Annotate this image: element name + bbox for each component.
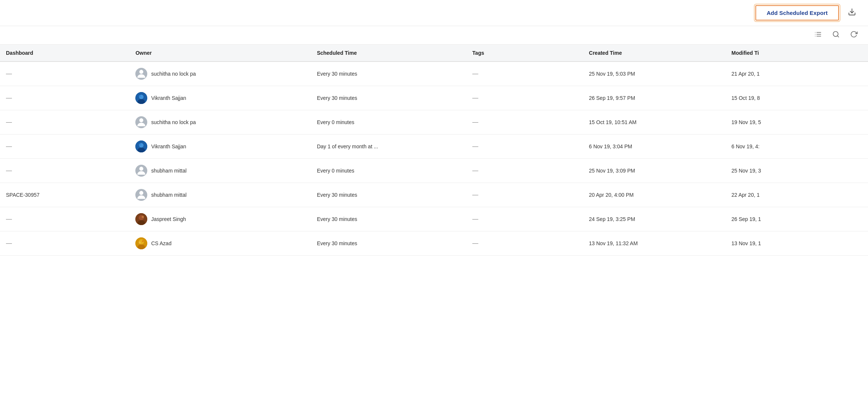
cell-modified-time: 19 Nov 19, 5	[726, 110, 868, 135]
cell-tags: —	[466, 207, 583, 231]
table-row[interactable]: — Vikranth SajjanDay 1 of every month at…	[0, 135, 868, 159]
table-header-row: Dashboard Owner Scheduled Time Tags Crea…	[0, 45, 868, 61]
avatar	[135, 189, 147, 201]
cell-owner: shubham mittal	[129, 183, 311, 207]
cell-owner: Jaspreet Singh	[129, 207, 311, 231]
avatar	[135, 237, 147, 249]
owner-name: Jaspreet Singh	[151, 216, 186, 222]
svg-point-29	[142, 240, 144, 242]
svg-point-13	[139, 95, 141, 97]
svg-point-9	[139, 70, 144, 74]
table-row[interactable]: — suchitha no lock paEvery 30 minutes—25…	[0, 61, 868, 86]
filter-icon[interactable]	[813, 29, 823, 41]
owner-name: Vikranth Sajjan	[151, 143, 186, 149]
cell-owner: shubham mittal	[129, 159, 311, 183]
cell-owner: suchitha no lock pa	[129, 61, 311, 86]
cell-created-time: 25 Nov 19, 3:09 PM	[583, 159, 726, 183]
cell-modified-time: 25 Nov 19, 3	[726, 159, 868, 183]
cell-tags: —	[466, 159, 583, 183]
owner-name: Vikranth Sajjan	[151, 95, 186, 101]
cell-created-time: 26 Sep 19, 9:57 PM	[583, 86, 726, 110]
table-row[interactable]: — CS AzadEvery 30 minutes—13 Nov 19, 11:…	[0, 231, 868, 256]
owner-name: suchitha no lock pa	[151, 119, 196, 125]
svg-point-20	[139, 191, 144, 195]
cell-tags: —	[466, 231, 583, 256]
cell-tags: —	[466, 86, 583, 110]
cell-created-time: 25 Nov 19, 5:03 PM	[583, 61, 726, 86]
table-row[interactable]: SPACE-30957 shubham mittalEvery 30 minut…	[0, 183, 868, 207]
cell-dashboard: SPACE-30957	[0, 183, 129, 207]
svg-point-14	[139, 118, 144, 122]
cell-tags: —	[466, 135, 583, 159]
cell-scheduled-time: Day 1 of every month at ...	[311, 135, 466, 159]
svg-point-19	[139, 167, 144, 171]
cell-dashboard: —	[0, 61, 129, 86]
svg-point-18	[139, 143, 141, 146]
owner-name: suchitha no lock pa	[151, 71, 196, 77]
cell-created-time: 20 Apr 20, 4:00 PM	[583, 183, 726, 207]
table-row[interactable]: — shubham mittalEvery 0 minutes—25 Nov 1…	[0, 159, 868, 183]
avatar	[135, 116, 147, 128]
cell-scheduled-time: Every 30 minutes	[311, 61, 466, 86]
cell-scheduled-time: Every 30 minutes	[311, 86, 466, 110]
toolbar-row	[0, 26, 868, 45]
col-header-created-time: Created Time	[583, 45, 726, 61]
avatar	[135, 140, 147, 152]
cell-created-time: 13 Nov 19, 11:32 AM	[583, 231, 726, 256]
cell-owner: Vikranth Sajjan	[129, 86, 311, 110]
table-row[interactable]: — Vikranth SajjanEvery 30 minutes—26 Sep…	[0, 86, 868, 110]
svg-line-8	[837, 36, 839, 37]
refresh-icon[interactable]	[849, 29, 859, 41]
cell-created-time: 24 Sep 19, 3:25 PM	[583, 207, 726, 231]
col-header-owner: Owner	[129, 45, 311, 61]
col-header-modified-time: Modified Ti	[726, 45, 868, 61]
add-scheduled-export-button[interactable]: Add Scheduled Export	[755, 5, 839, 20]
cell-scheduled-time: Every 30 minutes	[311, 231, 466, 256]
cell-tags: —	[466, 110, 583, 135]
col-header-tags: Tags	[466, 45, 583, 61]
cell-owner: CS Azad	[129, 231, 311, 256]
owner-name: shubham mittal	[151, 192, 186, 198]
cell-scheduled-time: Every 30 minutes	[311, 183, 466, 207]
avatar	[135, 165, 147, 177]
scheduled-exports-table-container: Dashboard Owner Scheduled Time Tags Crea…	[0, 45, 868, 256]
search-icon[interactable]	[831, 29, 841, 41]
svg-point-24	[142, 216, 144, 218]
cell-dashboard: —	[0, 86, 129, 110]
col-header-dashboard: Dashboard	[0, 45, 129, 61]
table-row[interactable]: — suchitha no lock paEvery 0 minutes—15 …	[0, 110, 868, 135]
svg-point-28	[139, 241, 141, 244]
cell-dashboard: —	[0, 135, 129, 159]
cell-owner: suchitha no lock pa	[129, 110, 311, 135]
top-bar: Add Scheduled Export	[0, 0, 868, 26]
cell-modified-time: 21 Apr 20, 1	[726, 61, 868, 86]
cell-scheduled-time: Every 30 minutes	[311, 207, 466, 231]
cell-modified-time: 22 Apr 20, 1	[726, 183, 868, 207]
cell-dashboard: —	[0, 159, 129, 183]
cell-dashboard: —	[0, 110, 129, 135]
cell-modified-time: 15 Oct 19, 8	[726, 86, 868, 110]
col-header-scheduled-time: Scheduled Time	[311, 45, 466, 61]
cell-created-time: 15 Oct 19, 10:51 AM	[583, 110, 726, 135]
owner-name: CS Azad	[151, 240, 171, 246]
cell-modified-time: 26 Sep 19, 1	[726, 207, 868, 231]
cell-dashboard: —	[0, 231, 129, 256]
cell-tags: —	[466, 183, 583, 207]
scheduled-exports-table: Dashboard Owner Scheduled Time Tags Crea…	[0, 45, 868, 256]
cell-scheduled-time: Every 0 minutes	[311, 159, 466, 183]
avatar	[135, 92, 147, 104]
cell-modified-time: 13 Nov 19, 1	[726, 231, 868, 256]
cell-owner: Vikranth Sajjan	[129, 135, 311, 159]
table-row[interactable]: — Jaspreet SinghEvery 30 minutes—24 Sep …	[0, 207, 868, 231]
avatar	[135, 68, 147, 80]
download-button[interactable]	[845, 6, 859, 19]
avatar	[135, 213, 147, 225]
cell-created-time: 6 Nov 19, 3:04 PM	[583, 135, 726, 159]
owner-name: shubham mittal	[151, 168, 186, 174]
cell-modified-time: 6 Nov 19, 4:	[726, 135, 868, 159]
cell-scheduled-time: Every 0 minutes	[311, 110, 466, 135]
cell-tags: —	[466, 61, 583, 86]
cell-dashboard: —	[0, 207, 129, 231]
